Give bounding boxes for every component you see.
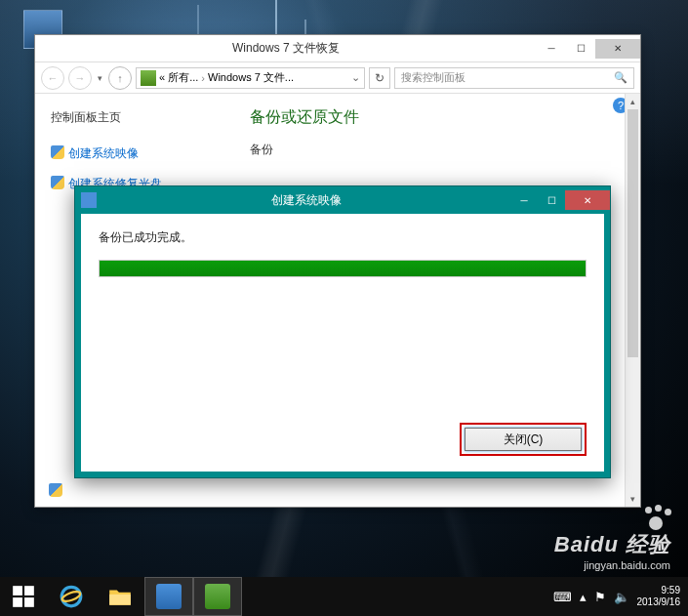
- shield-icon: [51, 176, 64, 189]
- system-tray: ⌨ ▴ ⚑ 🔈 9:59 2013/9/16: [553, 577, 689, 616]
- up-button[interactable]: ↑: [108, 66, 132, 90]
- close-dialog-button[interactable]: 关闭(C): [465, 428, 582, 451]
- scroll-thumb[interactable]: [627, 109, 638, 357]
- dialog-icon: [81, 192, 97, 208]
- svg-rect-2: [13, 597, 22, 607]
- history-dropdown[interactable]: ▾: [96, 73, 104, 83]
- window-title: Windows 7 文件恢复: [35, 40, 537, 57]
- progress-bar: [99, 260, 587, 277]
- svg-rect-1: [24, 586, 34, 595]
- taskbar: ⌨ ▴ ⚑ 🔈 9:59 2013/9/16: [0, 577, 688, 616]
- scroll-up-icon[interactable]: ▴: [626, 94, 640, 109]
- volume-icon[interactable]: 🔈: [614, 590, 629, 604]
- breadcrumb-dropdown[interactable]: ⌄: [351, 71, 360, 84]
- watermark-brand: Baidu 经验: [554, 530, 670, 559]
- page-heading: 备份或还原文件: [250, 107, 621, 128]
- search-icon: 🔍: [614, 71, 627, 84]
- navigation-bar: ← → ▾ ↑ « 所有... › Windows 7 文件... ⌄ ↻ 搜索…: [35, 62, 640, 94]
- shield-icon: [49, 483, 62, 497]
- sidebar-item-create-image[interactable]: 创建系统映像: [51, 144, 215, 164]
- scrollbar[interactable]: ▴ ▾: [625, 94, 640, 507]
- keyboard-icon[interactable]: ⌨: [553, 590, 572, 604]
- tray-chevron-icon[interactable]: ▴: [580, 590, 587, 604]
- start-button[interactable]: [0, 577, 47, 616]
- highlight-annotation: 关闭(C): [460, 423, 587, 456]
- ie-icon: [59, 584, 84, 609]
- dialog-title: 创建系统映像: [102, 192, 510, 209]
- breadcrumb-seg[interactable]: « 所有...: [159, 70, 198, 85]
- maximize-button[interactable]: ☐: [566, 39, 595, 59]
- chevron-right-icon: ›: [201, 72, 205, 84]
- minimize-button[interactable]: ─: [537, 39, 566, 59]
- forward-button[interactable]: →: [68, 66, 92, 90]
- windows-logo-icon: [11, 584, 36, 609]
- minimize-button[interactable]: ─: [510, 190, 538, 210]
- taskbar-item-backup[interactable]: [193, 577, 242, 616]
- dialog-body: 备份已成功完成。 关闭(C): [81, 214, 604, 472]
- backup-icon: [205, 584, 230, 609]
- search-input[interactable]: 搜索控制面板 🔍: [394, 67, 634, 89]
- watermark: Baidu 经验 jingyan.baidu.com: [554, 505, 670, 571]
- action-center-icon[interactable]: ⚑: [594, 590, 606, 604]
- svg-rect-6: [109, 595, 131, 605]
- maximize-button[interactable]: ☐: [538, 190, 565, 210]
- shield-icon: [51, 145, 64, 159]
- breadcrumb[interactable]: « 所有... › Windows 7 文件... ⌄: [136, 67, 365, 89]
- taskbar-item-ie[interactable]: [47, 577, 96, 616]
- breadcrumb-seg[interactable]: Windows 7 文件...: [208, 70, 294, 85]
- section-label: 备份: [250, 142, 621, 158]
- paw-icon: [641, 505, 670, 530]
- control-panel-icon: [156, 584, 182, 609]
- clock-date: 2013/9/16: [637, 596, 681, 608]
- taskbar-item-control-panel[interactable]: [144, 577, 193, 616]
- svg-rect-3: [24, 597, 34, 607]
- refresh-button[interactable]: ↻: [369, 67, 390, 89]
- clock-time: 9:59: [637, 585, 681, 596]
- taskbar-clock[interactable]: 9:59 2013/9/16: [637, 585, 681, 608]
- taskbar-item-explorer[interactable]: [96, 577, 144, 616]
- close-button[interactable]: ✕: [565, 190, 610, 210]
- dialog-titlebar[interactable]: 创建系统映像 ─ ☐ ✕: [75, 186, 610, 214]
- watermark-url: jingyan.baidu.com: [554, 559, 670, 571]
- sidebar-home-link[interactable]: 控制面板主页: [51, 107, 215, 128]
- folder-icon: [107, 584, 133, 609]
- back-button[interactable]: ←: [41, 66, 64, 90]
- close-button[interactable]: ✕: [595, 39, 640, 59]
- dialog-create-system-image: 创建系统映像 ─ ☐ ✕ 备份已成功完成。 关闭(C): [74, 185, 611, 478]
- status-message: 备份已成功完成。: [99, 229, 587, 246]
- svg-rect-0: [13, 586, 22, 595]
- titlebar[interactable]: Windows 7 文件恢复 ─ ☐ ✕: [35, 35, 640, 62]
- search-placeholder: 搜索控制面板: [401, 70, 465, 85]
- location-icon: [141, 70, 156, 86]
